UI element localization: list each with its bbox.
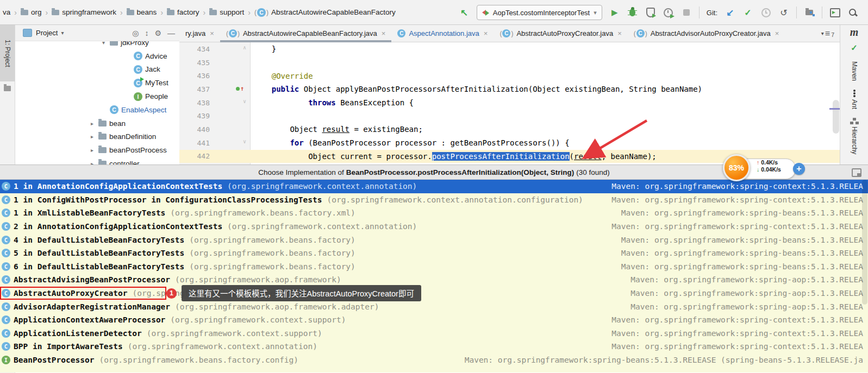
tree-item[interactable]: ▸beanDefinition: [15, 130, 179, 144]
chevron-down-icon[interactable]: ▾: [61, 30, 64, 36]
class-icon: C: [2, 315, 10, 324]
implementation-row[interactable]: C5 in DefaultListableBeanFactoryTests(or…: [0, 246, 868, 260]
maven-coordinate: Maven: org.springframework:spring-aop:5.…: [630, 289, 863, 298]
breadcrumb-item[interactable]: springframework: [52, 8, 116, 16]
code-line[interactable]: 436 @Override: [179, 69, 840, 83]
code-line[interactable]: 435: [179, 56, 840, 69]
implementation-row[interactable]: CApplicationContextAwareProcessor(org.sp…: [0, 313, 868, 327]
breadcrumb-item[interactable]: beans: [127, 8, 157, 16]
run-anything-button[interactable]: [829, 7, 840, 18]
collapse-arrow-icon[interactable]: ▸: [89, 147, 96, 153]
code-line[interactable]: 438∨ throws BeansException {: [179, 96, 840, 110]
tool-window-button-ant[interactable]: Ant: [851, 90, 858, 109]
implementation-row[interactable]: CBPP in ImportAwareTests(org.springframe…: [0, 340, 868, 353]
code-line[interactable]: 434∧ }: [179, 42, 840, 56]
tree-item[interactable]: CJack: [15, 63, 179, 77]
fold-icon[interactable]: ∧: [243, 45, 246, 50]
back-arrow-icon[interactable]: ↖: [459, 7, 470, 18]
settings-gear-icon[interactable]: ⚙: [154, 29, 161, 37]
tree-item[interactable]: CMyTest: [15, 76, 179, 90]
project-structure-button[interactable]: [804, 7, 815, 18]
editor-tab[interactable]: (C)AbstractAdvisorAutoProxyCreator.java×: [628, 25, 785, 42]
code-line[interactable]: 440 Object result = existingBean;: [179, 123, 840, 136]
git-update-icon[interactable]: ↙: [725, 7, 735, 18]
close-icon[interactable]: ×: [382, 29, 386, 37]
tree-item[interactable]: ▾jdkProxy: [15, 41, 179, 49]
percent-badge[interactable]: 83%: [723, 154, 750, 181]
code-editor[interactable]: 434∧ }435436 @Override437↑ public Object…: [179, 42, 840, 165]
implementation-row[interactable]: CAbstractAutoProxyCreator(org.springfram…: [0, 287, 868, 300]
close-icon[interactable]: ×: [484, 29, 488, 37]
editor-scrollbar[interactable]: [833, 100, 839, 134]
tool-window-button-project[interactable]: 1: Project: [0, 25, 15, 81]
implementation-row[interactable]: C2 in AnnotationConfigApplicationContext…: [0, 220, 868, 233]
coverage-button[interactable]: [645, 7, 656, 18]
editor-tab[interactable]: (C)AbstractAutoProxyCreator.java×: [494, 25, 627, 42]
collapse-arrow-icon[interactable]: ▸: [89, 134, 96, 140]
breadcrumb-item-class[interactable]: (C)AbstractAutowireCapableBeanFactory: [254, 8, 396, 17]
profiler-button[interactable]: [663, 7, 674, 18]
close-icon[interactable]: ×: [210, 29, 214, 37]
close-icon[interactable]: ×: [775, 29, 779, 37]
class-icon: C: [2, 275, 10, 284]
hide-panel-icon[interactable]: —: [167, 29, 175, 37]
tab-list-icon: ≡: [825, 29, 830, 39]
dock-popup-icon[interactable]: [852, 168, 861, 177]
tool-window-button-maven[interactable]: Maven: [851, 61, 858, 81]
class-icon: C: [2, 329, 10, 338]
code-line[interactable]: 437↑ public Object applyBeanPostProcesso…: [179, 83, 840, 96]
structure-folder-icon: [805, 10, 813, 15]
implementation-row[interactable]: C1 in ConfigWithPostProcessor in Configu…: [0, 193, 868, 207]
tool-window-label: Ant: [851, 99, 858, 109]
implementation-row[interactable]: CAdvisorAdapterRegistrationManager(org.s…: [0, 300, 868, 313]
implementation-row[interactable]: CApplicationListenerDetector(org.springf…: [0, 327, 868, 340]
project-panel-title[interactable]: Project: [36, 29, 58, 37]
implementation-row[interactable]: C4 in DefaultListableBeanFactoryTests(or…: [0, 233, 868, 246]
breadcrumb-item[interactable]: factory: [167, 8, 199, 16]
tree-item[interactable]: IPeople: [15, 90, 179, 103]
implementation-row[interactable]: C1 in XmlListableBeanFactoryTests(org.sp…: [0, 206, 868, 220]
inspections-ok-icon[interactable]: ✓: [851, 43, 858, 53]
editor-tab[interactable]: (C)AbstractAutowireCapableBeanFactory.ja…: [220, 25, 391, 42]
fold-icon[interactable]: ∨: [243, 138, 246, 144]
fold-icon[interactable]: ∨: [243, 98, 246, 104]
locate-file-icon[interactable]: ◎: [132, 29, 139, 37]
code-line[interactable]: 439: [179, 109, 840, 123]
tree-item[interactable]: CEnableAspect: [15, 103, 179, 117]
code-line[interactable]: 441∨ for (BeanPostProcessor processor : …: [179, 136, 840, 150]
implementation-row[interactable]: C6 in DefaultListableBeanFactoryTests(or…: [0, 260, 868, 274]
popup-scrollbar[interactable]: [862, 180, 867, 305]
breadcrumb-item[interactable]: support: [209, 8, 244, 16]
run-button[interactable]: ▶: [609, 7, 620, 18]
tree-item[interactable]: ▸controller: [15, 157, 179, 165]
override-marker-icon[interactable]: ↑: [236, 85, 244, 92]
collapse-arrow-icon[interactable]: ▸: [89, 161, 96, 165]
implementation-name: AdvisorAdapterRegistrationManager: [14, 302, 170, 311]
breadcrumb-item[interactable]: org: [21, 8, 42, 16]
git-rollback-icon[interactable]: ↺: [778, 7, 789, 18]
collapse-all-icon[interactable]: ↕: [145, 29, 148, 37]
git-commit-icon[interactable]: ✓: [742, 7, 753, 18]
expand-arrow-icon[interactable]: ▾: [100, 41, 107, 46]
folder-icon: [98, 121, 107, 127]
debug-button[interactable]: [627, 7, 638, 18]
editor-tab[interactable]: CAspectAnnotation.java×: [391, 25, 494, 42]
scrollbar-caret-marker: [829, 108, 840, 110]
tree-item[interactable]: ▸bean: [15, 117, 179, 130]
tool-window-button-hierarchy[interactable]: Hierarchy: [851, 118, 858, 154]
implementation-row[interactable]: IBeanPostProcessor(org.springframework.b…: [0, 353, 868, 367]
net-speed-widget[interactable]: + ↑ 0.4K/s ↓ 0.04K/s 83%: [723, 154, 796, 182]
hidden-tabs-button[interactable]: ▾ ≡ 7: [821, 25, 840, 42]
editor-tab[interactable]: ry.java×: [179, 25, 220, 42]
search-everywhere-button[interactable]: [847, 7, 858, 18]
breadcrumb-item[interactable]: va: [3, 8, 10, 16]
tree-item[interactable]: ▸beanPostProcess: [15, 143, 179, 157]
collapse-arrow-icon[interactable]: ▸: [89, 121, 96, 127]
implementation-row[interactable]: CAbstractAdvisingBeanPostProcessor(org.s…: [0, 273, 868, 287]
close-icon[interactable]: ×: [617, 29, 622, 37]
profiler-icon: [664, 8, 673, 17]
tree-item[interactable]: CAdvice: [15, 49, 179, 63]
favorites-icon[interactable]: [4, 86, 11, 91]
plus-button[interactable]: +: [793, 163, 805, 175]
run-config-select[interactable]: AopTest.costomInterceptorTest ▾: [477, 5, 602, 20]
